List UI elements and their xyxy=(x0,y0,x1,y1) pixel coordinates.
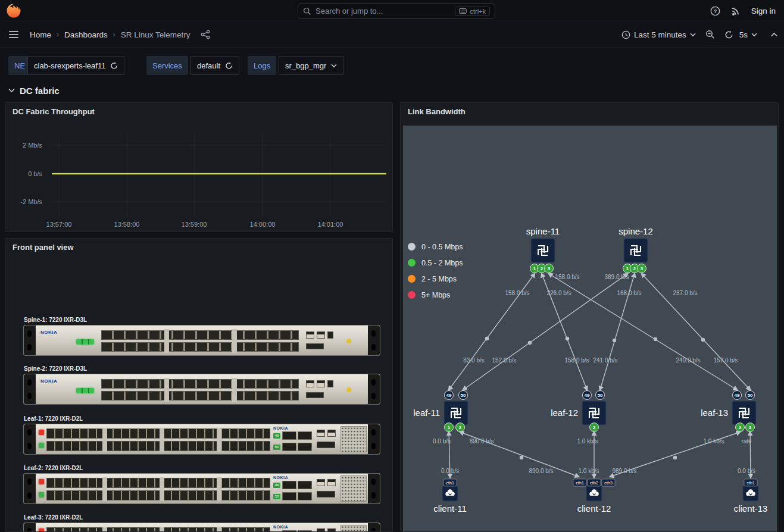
rack-ear xyxy=(24,523,36,532)
zoom-out-icon[interactable] xyxy=(705,30,715,39)
share-dashboard-icon[interactable] xyxy=(201,30,210,39)
node-label-client-11: client-11 xyxy=(433,503,467,514)
topology-node-spine-12 xyxy=(624,239,648,262)
mgmt-port xyxy=(317,430,325,437)
legend-color-dot xyxy=(408,291,416,299)
rack-ear xyxy=(368,374,380,404)
search-placeholder: Search or jump to... xyxy=(316,7,451,15)
rack-ear xyxy=(368,424,380,454)
variable-picker-ne[interactable]: clab-srexperts-leaf11 xyxy=(27,56,124,75)
variable-picker-logs[interactable]: sr_bgp_mgr xyxy=(279,56,343,75)
rack-ear xyxy=(368,474,380,503)
status-led-green xyxy=(39,492,44,497)
legend-label: 0 - 0.5 Mbps xyxy=(421,243,463,251)
port-number: 3 xyxy=(641,266,644,271)
topology-node-client-12 xyxy=(586,486,602,501)
eth-badge-label: eth1 xyxy=(446,481,454,485)
menu-toggle-icon[interactable] xyxy=(8,29,19,40)
qsfp-port xyxy=(298,492,312,500)
brand-logo: NOKIA xyxy=(273,525,288,529)
variable-value-logs: sr_bgp_mgr xyxy=(285,61,326,70)
qsfp-port xyxy=(282,481,296,489)
row-header-dc-fabric[interactable]: DC fabric xyxy=(8,82,60,99)
edge-rate-label: 890.0 b/s xyxy=(529,468,553,474)
device-label: Spine-1: 7220 IXR-D3L xyxy=(24,317,380,323)
edge-rate-label: 226.0 b/s xyxy=(546,290,571,296)
panel-front-panel-view: Front panel view Spine-1: 7220 IXR-D3LNO… xyxy=(5,238,393,532)
edge-waypoint-dot xyxy=(613,339,616,342)
panel-title[interactable]: Link Bandwidth xyxy=(408,107,466,116)
port-number: 2 xyxy=(633,266,636,271)
caret-down-icon xyxy=(751,33,757,37)
dashboard-link-logs[interactable]: Logs xyxy=(248,56,276,75)
front-panel-device: Spine-1: 7220 IXR-D3LNOKIA xyxy=(23,317,380,356)
help-icon[interactable]: ? xyxy=(710,6,720,16)
topology-edge xyxy=(463,274,627,390)
port-number: 1 xyxy=(533,266,536,271)
topology-node-client-11 xyxy=(442,486,458,501)
sign-in-button[interactable]: Sign in xyxy=(751,7,776,15)
status-led-green xyxy=(39,443,44,448)
rack-ear xyxy=(368,523,380,532)
variable-picker-services[interactable]: default xyxy=(190,56,239,75)
legend-item: 0 - 0.5 Mbps xyxy=(408,239,463,255)
x-axis-tick: 14:00:00 xyxy=(250,221,276,228)
edge-rate-label: 1.0 kb/s xyxy=(577,438,598,445)
front-panel-device: Leaf-2: 7220 IXR-D2LNOKIA4950 xyxy=(23,465,380,504)
refresh-interval-picker[interactable]: 5s xyxy=(739,30,757,39)
port-number: 1 xyxy=(448,425,451,430)
collapse-controls-chevron-up-icon[interactable] xyxy=(770,32,778,37)
rack-ear xyxy=(24,424,36,454)
edge-waypoint-dot xyxy=(520,456,523,459)
bandwidth-legend: 0 - 0.5 Mbps0.5 - 2 Mbps2 - 5 Mbps5+ Mbp… xyxy=(408,239,463,303)
status-led xyxy=(76,388,94,393)
topology-node-client-13 xyxy=(743,486,758,501)
port-number: 49 xyxy=(735,393,740,398)
dashboard-navbar: Home › Dashboards › SR Linux Telemetry L… xyxy=(0,21,784,48)
edge-rate-label: 0.0 b/s xyxy=(433,438,451,445)
port-number: 2 xyxy=(593,425,596,430)
mgmt-port xyxy=(306,331,314,339)
node-label-client-13: client-13 xyxy=(734,503,768,514)
grafana-logo-icon[interactable] xyxy=(6,3,21,18)
edge-rate-label: 0.0 b/s xyxy=(441,468,459,474)
edge-rate-label: 158.0 b/s xyxy=(505,290,529,296)
edge-rate-label: 1.0 kb/s xyxy=(703,438,724,445)
sync-icon xyxy=(110,62,118,70)
edge-rate-label: 989.0 b/s xyxy=(612,468,636,474)
port-row xyxy=(101,330,299,340)
node-label-spine-11: spine-11 xyxy=(526,226,560,236)
search-input[interactable]: Search or jump to... ctrl+k xyxy=(298,3,495,19)
fan-grill xyxy=(341,475,367,502)
dashboard-link-services[interactable]: Services xyxy=(146,56,188,75)
port-number: 50 xyxy=(461,393,466,398)
fan-grill xyxy=(341,426,367,452)
edge-waypoint-dot xyxy=(673,456,677,459)
y-axis-tick: 0 b/s xyxy=(28,170,42,177)
x-axis-tick: 13:57:00 xyxy=(46,221,72,228)
time-range-label: Last 5 minutes xyxy=(634,30,686,39)
port-row xyxy=(46,490,270,500)
brand-logo: NOKIA xyxy=(273,475,288,480)
news-rss-icon[interactable] xyxy=(731,6,741,15)
breadcrumb-home[interactable]: Home xyxy=(30,30,51,39)
y-axis-tick: -2 Mb/s xyxy=(20,198,42,205)
edge-rate-label: 152.0 b/s xyxy=(492,357,516,364)
qsfp-port xyxy=(298,443,312,451)
port-number: 50 xyxy=(748,393,753,398)
refresh-icon[interactable] xyxy=(724,30,733,39)
qsfp-port-badge: 49 xyxy=(273,483,280,488)
edge-waypoint-dot xyxy=(485,337,489,340)
port-number: 1 xyxy=(626,266,629,271)
time-range-picker[interactable]: Last 5 minutes xyxy=(621,30,696,39)
topology-canvas: 158.0 b/s389.0 b/s158.0 b/s226.0 b/s168.… xyxy=(403,126,777,531)
breadcrumb-dashboards[interactable]: Dashboards xyxy=(64,30,108,39)
legend-label: 0.5 - 2 Mbps xyxy=(421,259,463,267)
esd-sticker xyxy=(346,339,351,343)
node-label-client-12: client-12 xyxy=(577,503,611,514)
front-panel-devices: Spine-1: 7220 IXR-D3LNOKIASpine-2: 7220 … xyxy=(5,239,393,532)
port-row xyxy=(46,527,270,532)
mgmt-port xyxy=(306,380,314,387)
port-row xyxy=(101,379,299,389)
mgmt-port xyxy=(327,430,336,437)
